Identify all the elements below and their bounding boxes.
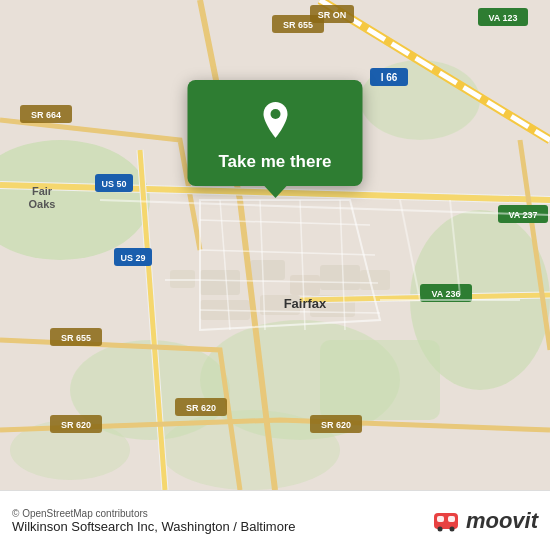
- map-background: I 66 VA 123 SR 655 SR 664 US 50 US 29 VA…: [0, 0, 550, 490]
- svg-point-51: [437, 526, 442, 531]
- svg-text:US 50: US 50: [101, 179, 126, 189]
- svg-rect-12: [320, 265, 360, 290]
- svg-text:SR 620: SR 620: [321, 420, 351, 430]
- location-name: Wilkinson Softsearch Inc, Washington / B…: [12, 519, 295, 534]
- svg-rect-6: [320, 340, 440, 420]
- svg-text:SR 620: SR 620: [61, 420, 91, 430]
- svg-rect-50: [448, 516, 455, 522]
- svg-text:VA 236: VA 236: [431, 289, 460, 299]
- location-pin-icon: [253, 98, 297, 142]
- svg-rect-10: [250, 260, 285, 280]
- svg-text:Oaks: Oaks: [29, 198, 56, 210]
- svg-text:SR ON: SR ON: [318, 10, 347, 20]
- svg-rect-17: [360, 270, 390, 290]
- svg-text:Fair: Fair: [32, 185, 53, 197]
- svg-rect-11: [290, 275, 320, 295]
- take-me-there-button[interactable]: Take me there: [218, 152, 331, 172]
- moovit-logo: moovit: [432, 507, 538, 535]
- svg-text:I 66: I 66: [381, 72, 398, 83]
- svg-text:VA 123: VA 123: [488, 13, 517, 23]
- svg-text:Fairfax: Fairfax: [284, 296, 327, 311]
- svg-text:US 29: US 29: [120, 253, 145, 263]
- svg-rect-49: [437, 516, 444, 522]
- moovit-icon: [432, 507, 460, 535]
- svg-rect-9: [200, 270, 240, 295]
- svg-text:SR 620: SR 620: [186, 403, 216, 413]
- osm-credit: © OpenStreetMap contributors: [12, 508, 295, 519]
- svg-point-47: [270, 109, 280, 119]
- map-container: I 66 VA 123 SR 655 SR 664 US 50 US 29 VA…: [0, 0, 550, 490]
- svg-text:SR 664: SR 664: [31, 110, 61, 120]
- popup-card[interactable]: Take me there: [188, 80, 363, 186]
- footer: © OpenStreetMap contributors Wilkinson S…: [0, 490, 550, 550]
- moovit-text: moovit: [466, 508, 538, 534]
- svg-point-52: [449, 526, 454, 531]
- footer-left: © OpenStreetMap contributors Wilkinson S…: [12, 508, 295, 534]
- svg-text:SR 655: SR 655: [61, 333, 91, 343]
- svg-text:SR 655: SR 655: [283, 20, 313, 30]
